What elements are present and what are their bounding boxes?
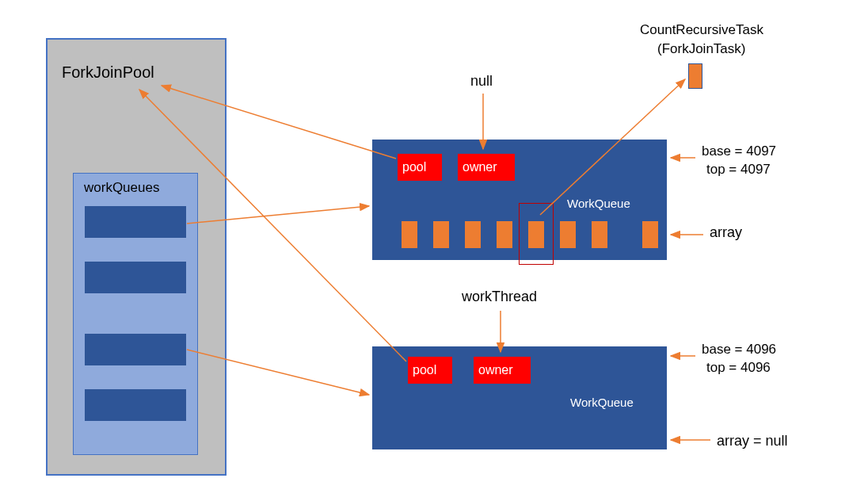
workqueue-slot-3 (85, 389, 186, 421)
top-label-2: top = 4096 (706, 360, 771, 376)
top-label-1: top = 4097 (706, 162, 771, 178)
task-label-line2: (ForkJoinTask) (657, 41, 745, 57)
forkjoinpool-title: ForkJoinPool (62, 63, 154, 82)
task-box (688, 63, 702, 89)
array-slot-1 (432, 220, 450, 249)
base-label-1: base = 4097 (702, 143, 776, 159)
array-slot-3 (496, 220, 513, 249)
workqueue-slot-2 (85, 334, 186, 365)
owner-field-1: owner (458, 154, 515, 181)
workqueue-label-1: WorkQueue (567, 197, 630, 210)
base-label-2: base = 4096 (702, 342, 776, 358)
pool-field-2: pool (408, 357, 452, 384)
task-label-line1: CountRecursiveTask (640, 22, 763, 38)
array-slot-6 (591, 220, 608, 249)
owner-field-2: owner (474, 357, 531, 384)
array-slot-7 (641, 220, 659, 249)
pool-field-1: pool (398, 154, 442, 181)
array-null-label: array = null (717, 433, 788, 449)
array-slot-5 (559, 220, 577, 249)
workthread-label: workThread (462, 289, 537, 305)
array-slot-2 (464, 220, 482, 249)
workqueue-slot-1 (85, 262, 186, 293)
workqueue-slot-0 (85, 206, 186, 238)
workqueues-label: workQueues (84, 180, 159, 196)
workqueue-label-2: WorkQueue (570, 396, 634, 409)
null-label: null (470, 73, 493, 90)
array-label: array (710, 224, 742, 241)
array-highlight-box (519, 203, 554, 265)
array-slot-0 (401, 220, 418, 249)
